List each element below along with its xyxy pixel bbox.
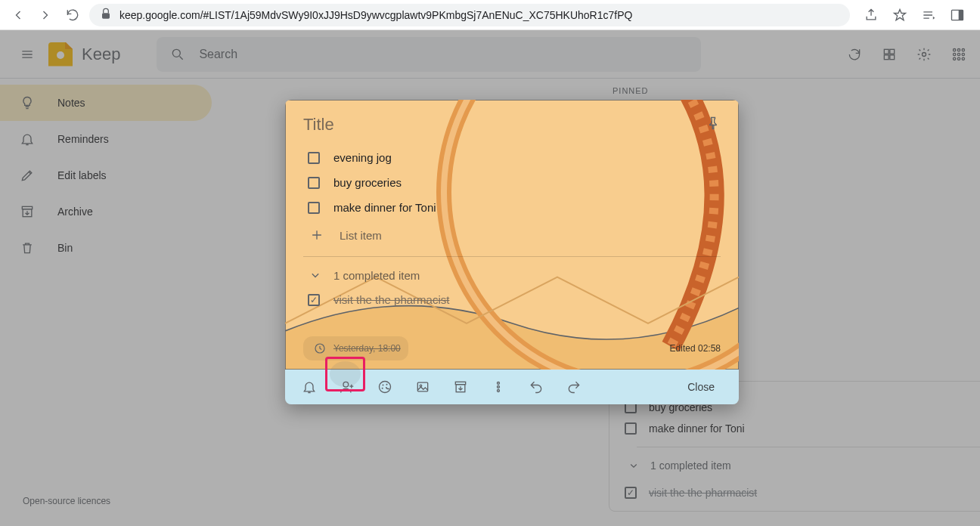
svg-point-36 xyxy=(498,390,500,392)
url-bar[interactable]: keep.google.com/#LIST/1Aj59MdvSWy9I0xJJ9… xyxy=(89,4,850,26)
reminder-text: Yesterday, 18:00 xyxy=(333,343,401,354)
svg-point-26 xyxy=(380,382,391,393)
redo-button[interactable] xyxy=(560,373,588,401)
back-button[interactable] xyxy=(8,5,29,26)
list-item-label[interactable]: visit the the pharmacist xyxy=(333,293,449,306)
note-editor-modal: Title evening jog buy groceries make din… xyxy=(285,100,739,404)
plus-icon xyxy=(308,226,326,244)
svg-point-25 xyxy=(343,382,349,387)
star-icon[interactable] xyxy=(891,6,909,24)
svg-point-28 xyxy=(386,384,388,385)
panel-icon[interactable] xyxy=(948,6,966,24)
add-list-item[interactable]: List item xyxy=(303,220,721,250)
list-item[interactable]: buy groceries xyxy=(303,170,721,195)
background-button[interactable] xyxy=(371,373,399,401)
lock-icon xyxy=(98,6,113,23)
svg-point-27 xyxy=(383,385,384,386)
svg-point-29 xyxy=(382,388,383,389)
remind-me-button[interactable] xyxy=(296,373,323,401)
add-item-placeholder: List item xyxy=(340,229,382,242)
close-button[interactable]: Close xyxy=(674,375,728,399)
checkbox-checked-icon[interactable] xyxy=(308,294,320,306)
svg-rect-0 xyxy=(102,13,110,18)
collaborator-button[interactable] xyxy=(333,373,361,401)
app-frame: Keep Search Notes Reminders Edit lab xyxy=(0,30,980,526)
undo-button[interactable] xyxy=(523,373,550,401)
checkbox-icon[interactable] xyxy=(308,177,320,189)
forward-button[interactable] xyxy=(35,5,56,26)
music-icon[interactable] xyxy=(920,6,938,24)
svg-rect-30 xyxy=(417,382,427,391)
edited-timestamp: Edited 02:58 xyxy=(670,343,721,354)
svg-point-34 xyxy=(498,382,500,385)
list-item[interactable]: evening jog xyxy=(303,145,721,170)
list-item-label[interactable]: buy groceries xyxy=(333,176,402,189)
completed-label: 1 completed item xyxy=(333,269,420,282)
archive-button[interactable] xyxy=(447,373,474,401)
url-text: keep.google.com/#LIST/1Aj59MdvSWy9I0xJJ9… xyxy=(119,9,632,21)
list-item-label[interactable]: evening jog xyxy=(333,151,392,164)
reload-button[interactable] xyxy=(62,5,83,26)
share-icon[interactable] xyxy=(862,6,880,24)
reminder-chip[interactable]: Yesterday, 18:00 xyxy=(303,336,408,360)
pin-icon[interactable] xyxy=(706,116,721,134)
chevron-down-icon xyxy=(306,266,324,284)
title-input[interactable]: Title xyxy=(303,115,334,135)
list-item[interactable]: make dinner for Toni xyxy=(303,195,721,220)
list-item[interactable]: visit the the pharmacist xyxy=(303,287,721,312)
note-toolbar: Close xyxy=(285,370,739,404)
checkbox-icon[interactable] xyxy=(308,202,320,214)
clock-icon xyxy=(311,339,329,357)
checkbox-icon[interactable] xyxy=(308,152,320,164)
browser-chrome: keep.google.com/#LIST/1Aj59MdvSWy9I0xJJ9… xyxy=(0,0,980,30)
svg-point-35 xyxy=(498,386,500,388)
more-button[interactable] xyxy=(485,373,512,401)
add-image-button[interactable] xyxy=(409,373,436,401)
svg-rect-23 xyxy=(712,125,714,129)
chrome-actions xyxy=(856,6,972,24)
list-item-label[interactable]: make dinner for Toni xyxy=(333,201,436,214)
svg-rect-2 xyxy=(959,10,963,20)
separator xyxy=(303,256,721,257)
completed-toggle[interactable]: 1 completed item xyxy=(303,260,721,287)
